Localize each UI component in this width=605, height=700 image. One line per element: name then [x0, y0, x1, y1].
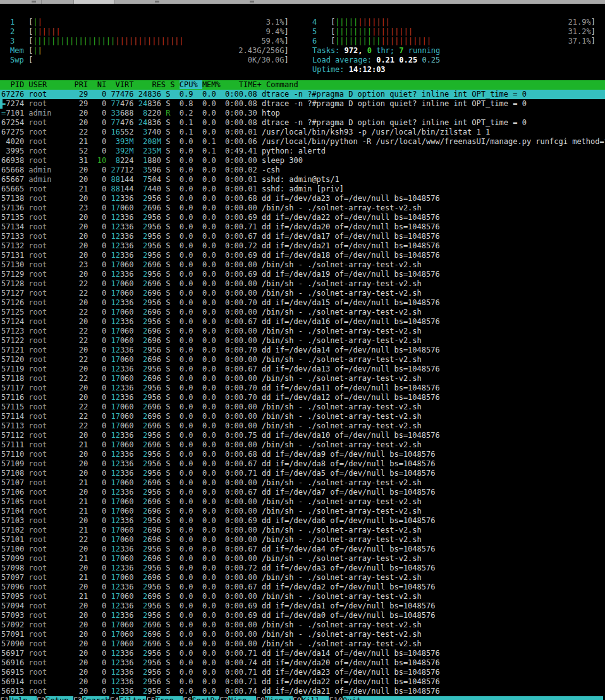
process-row[interactable]: 57134 root 20 0 12336 2956 S 0.0 0.0 0:0…	[0, 222, 605, 232]
process-row[interactable]: 57112 root 20 0 12336 2956 S 0.0 0.0 0:0…	[0, 431, 605, 440]
fnkey-f8[interactable]: F8	[256, 696, 265, 700]
process-row[interactable]: 57136 root 23 0 17060 2696 S 0.0 0.0 0:0…	[0, 203, 605, 213]
process-row[interactable]: 57110 root 20 0 12336 2956 S 0.0 0.0 0:0…	[0, 450, 605, 459]
process-row[interactable]: 57121 root 20 0 12336 2956 S 0.0 0.0 0:0…	[0, 346, 605, 355]
process-row[interactable]: 57132 root 20 0 12336 2956 S 0.0 0.0 0:0…	[0, 241, 605, 251]
process-row[interactable]: 57098 root 20 0 12336 2956 S 0.0 0.0 0:0…	[0, 564, 605, 573]
fnlabel-search[interactable]: Search	[82, 696, 109, 700]
fnkey-f1[interactable]: F1	[0, 696, 9, 700]
process-row[interactable]: 65665 root 21 0 88144 7440 S 0.0 0.0 0:0…	[0, 184, 605, 194]
process-row[interactable]: 65667 admin 20 0 88144 7504 S 0.0 0.0 0:…	[0, 175, 605, 184]
process-row[interactable]: 57127 root 22 0 17060 2696 S 0.0 0.0 0:0…	[0, 289, 605, 298]
process-row[interactable]: 65668 admin 20 0 27712 3596 S 0.0 0.0 0:…	[0, 166, 605, 175]
fnkey-f10[interactable]: F10	[329, 696, 343, 700]
process-row[interactable]: 4020 root 21 0 393M 208M S 0.0 0.1 0:00.…	[0, 137, 605, 147]
process-row[interactable]: 57124 root 20 0 12336 2956 S 0.0 0.0 0:0…	[0, 317, 605, 327]
process-row[interactable]: 56917 root 20 0 12336 2956 S 0.0 0.0 0:0…	[0, 649, 605, 658]
process-row[interactable]: 56913 root 20 0 12336 2956 S 0.0 0.0 0:0…	[0, 687, 605, 696]
process-row[interactable]: 57101 root 22 0 17060 2696 S 0.0 0.0 0:0…	[0, 535, 605, 545]
process-row[interactable]: 57115 root 22 0 17060 2696 S 0.0 0.0 0:0…	[0, 402, 605, 412]
process-row[interactable]: 57129 root 20 0 12336 2956 S 0.0 0.0 0:0…	[0, 270, 605, 279]
process-row[interactable]: 57097 root 21 0 17060 2696 S 0.0 0.0 0:0…	[0, 573, 605, 582]
process-row[interactable]: 57135 root 20 0 12336 2956 S 0.0 0.0 0:0…	[0, 213, 605, 222]
process-row[interactable]: 66938 root 31 10 8224 1880 S 0.0 0.0 0:0…	[0, 156, 605, 166]
process-row[interactable]: 57096 root 20 0 12336 2956 S 0.0 0.0 0:0…	[0, 582, 605, 592]
fnlabel-nice-[interactable]: Nice -	[228, 696, 255, 700]
fnlabel-setup[interactable]: Setup	[46, 696, 73, 700]
process-row[interactable]: 57090 root 20 0 17060 2696 S 0.0 0.0 0:0…	[0, 639, 605, 649]
process-row[interactable]: 57094 root 20 0 12336 2956 S 0.0 0.0 0:0…	[0, 601, 605, 611]
process-command: /bin/sh - ./solnet-array-test-v2.sh	[257, 374, 422, 383]
process-row[interactable]: =7274 root 29 0 77476 24836 S 0.8 0.0 0:…	[0, 99, 605, 109]
process-row[interactable]: 57114 root 22 0 17060 2696 S 0.0 0.0 0:0…	[0, 412, 605, 421]
fnlabel-quit[interactable]: Quit	[343, 696, 370, 700]
fnlabel-kill[interactable]: Kill	[302, 696, 329, 700]
active-tab[interactable]	[73, 0, 114, 4]
process-row[interactable]: 56916 root 20 0 12336 2956 S 0.0 0.0 0:0…	[0, 658, 605, 668]
process-row[interactable]: 57099 root 21 0 17060 2696 S 0.0 0.0 0:0…	[0, 554, 605, 564]
process-row[interactable]: 67276 root 29 0 77476 24836 S 0.9 0.0 0:…	[0, 90, 605, 99]
process-row[interactable]: 57130 root 23 0 17060 2696 S 0.0 0.0 0:0…	[0, 260, 605, 270]
meter-value: 0K/30.0G	[248, 56, 284, 64]
fnkey-f5[interactable]: F5	[146, 696, 155, 700]
process-command: dd if=/dev/da11 of=/dev/null bs=1048576	[257, 383, 440, 392]
process-row[interactable]: 57111 root 21 0 17060 2696 S 0.0 0.0 0:0…	[0, 440, 605, 450]
process-command: dd if=/dev/da16 of=/dev/null bs=1048576	[257, 317, 440, 326]
process-row[interactable]: 57104 root 21 0 17060 2696 S 0.0 0.0 0:0…	[0, 507, 605, 516]
process-command: /bin/sh - ./solnet-array-test-v2.sh	[257, 620, 422, 629]
process-row[interactable]: 57122 root 22 0 17060 2696 S 0.0 0.0 0:0…	[0, 336, 605, 346]
fnlabel-filter[interactable]: Filter	[119, 696, 146, 700]
fnlabel-tree[interactable]: Tree	[156, 696, 183, 700]
fnkey-f2[interactable]: F2	[37, 696, 46, 700]
tasks-line: Tasks: 972, 0 thr; 7 running	[312, 46, 440, 56]
sort-column-header[interactable]: CPU%	[180, 80, 202, 89]
process-row[interactable]: 56914 root 20 0 12336 2956 S 0.0 0.0 0:0…	[0, 677, 605, 687]
fnkey-f7[interactable]: F7	[219, 696, 228, 700]
fnkey-f6[interactable]: F6	[183, 696, 192, 700]
process-row[interactable]: 57095 root 21 0 17060 2696 S 0.0 0.0 0:0…	[0, 592, 605, 601]
process-row[interactable]: 57123 root 22 0 17060 2696 S 0.0 0.0 0:0…	[0, 327, 605, 336]
fnlabel-help[interactable]: Help	[9, 696, 36, 700]
meter-label: 1	[10, 18, 28, 27]
process-row[interactable]: 57117 root 20 0 12336 2956 S 0.0 0.0 0:0…	[0, 383, 605, 393]
process-row[interactable]: 57119 root 20 0 12336 2956 S 0.0 0.0 0:0…	[0, 365, 605, 374]
process-row[interactable]: 57093 root 20 0 12336 2956 S 0.0 0.0 0:0…	[0, 611, 605, 620]
terminal-tab-bar[interactable]	[0, 0, 605, 4]
fnkey-f4[interactable]: F4	[109, 696, 118, 700]
process-row[interactable]: 57120 root 22 0 17060 2696 S 0.0 0.0 0:0…	[0, 355, 605, 365]
process-row[interactable]: 57128 root 22 0 17060 2696 S 0.0 0.0 0:0…	[0, 279, 605, 289]
process-row[interactable]: 57092 root 20 0 17060 2696 S 0.0 0.0 0:0…	[0, 620, 605, 630]
process-row[interactable]: 57107 root 21 0 17060 2696 S 0.0 0.0 0:0…	[0, 478, 605, 488]
process-row[interactable]: 57133 root 20 0 12336 2956 S 0.0 0.0 0:0…	[0, 232, 605, 241]
process-row[interactable]: =7101 admin 20 0 33688 8220 R 0.2 0.0 0:…	[0, 109, 605, 118]
process-row[interactable]: 57125 root 22 0 17060 2696 S 0.0 0.0 0:0…	[0, 308, 605, 317]
meter-label: Swp	[10, 56, 28, 64]
process-row[interactable]: 57109 root 20 0 12336 2956 S 0.0 0.0 0:0…	[0, 459, 605, 469]
process-row[interactable]: 57118 root 22 0 17060 2696 S 0.0 0.0 0:0…	[0, 374, 605, 383]
process-row[interactable]: 57126 root 20 0 12336 2956 S 0.0 0.0 0:0…	[0, 298, 605, 308]
process-row[interactable]: 57100 root 20 0 12336 2956 S 0.0 0.0 0:0…	[0, 545, 605, 554]
fnkey-f3[interactable]: F3	[73, 696, 82, 700]
function-key-bar[interactable]: F1Help F2Setup F3SearchF4FilterF5Tree F6…	[0, 696, 605, 700]
fnkey-f9[interactable]: F9	[293, 696, 302, 700]
process-row[interactable]: 57116 root 20 0 12336 2956 S 0.0 0.0 0:0…	[0, 393, 605, 402]
process-row[interactable]: 57108 root 20 0 12336 2956 S 0.0 0.0 0:0…	[0, 469, 605, 478]
process-row[interactable]: 57113 root 22 0 17060 2696 S 0.0 0.0 0:0…	[0, 421, 605, 431]
process-row[interactable]: 57102 root 21 0 17060 2696 S 0.0 0.0 0:0…	[0, 526, 605, 535]
process-row[interactable]: 57106 root 20 0 12336 2956 S 0.0 0.0 0:0…	[0, 488, 605, 497]
process-row[interactable]: 57138 root 20 0 12336 2956 S 0.0 0.0 0:0…	[0, 194, 605, 203]
process-row[interactable]: 57103 root 20 0 12336 2956 S 0.0 0.0 0:0…	[0, 516, 605, 526]
meter-label: Mem	[10, 46, 28, 55]
process-row[interactable]: 57105 root 21 0 17060 2696 S 0.0 0.0 0:0…	[0, 497, 605, 507]
meter-bracket-close: ]	[284, 27, 289, 36]
table-header-row[interactable]: PID USER PRI NI VIRT RES S CPU% MEM% TIM…	[0, 80, 605, 90]
meter-bracket-close: ]	[284, 56, 289, 64]
fnlabel-nice-[interactable]: Nice +	[265, 696, 292, 700]
process-row[interactable]: 56915 root 20 0 12336 2956 S 0.0 0.0 0:0…	[0, 668, 605, 677]
process-row[interactable]: 67275 root 22 0 16552 3740 S 0.1 0.0 0:0…	[0, 128, 605, 137]
process-row[interactable]: 3995 root 52 0 392M 235M S 0.0 0.1 0:49.…	[0, 147, 605, 156]
process-row[interactable]: 67254 root 20 0 77476 24836 S 0.1 0.0 0:…	[0, 118, 605, 128]
fnlabel-sortby[interactable]: SortBy	[192, 696, 219, 700]
process-row[interactable]: 57131 root 20 0 12336 2956 S 0.0 0.0 0:0…	[0, 251, 605, 260]
process-row[interactable]: 57091 root 20 0 17060 2696 S 0.0 0.0 0:0…	[0, 630, 605, 639]
